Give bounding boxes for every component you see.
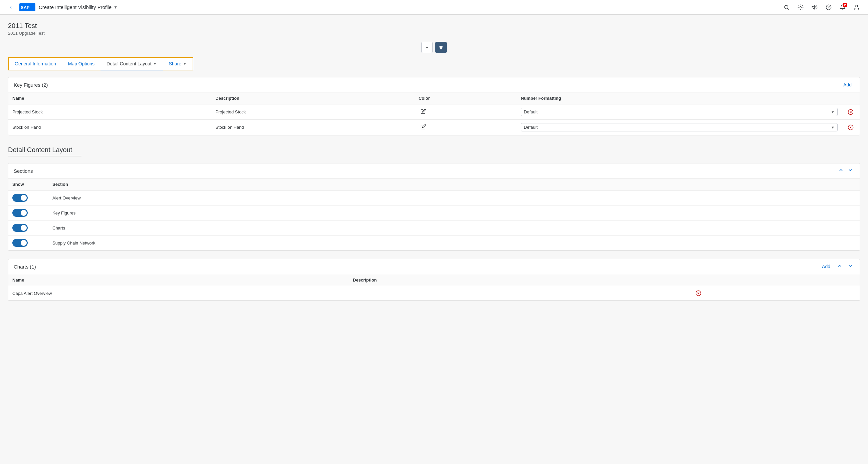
sections-table: Show Section Alert Overview <box>8 178 860 251</box>
section-row3-label: Charts <box>49 221 860 235</box>
back-button[interactable]: ‹ <box>5 2 16 13</box>
tab-general-information[interactable]: General Information <box>9 58 62 70</box>
section-row1-slider <box>12 194 28 202</box>
kf-row1-color-edit-button[interactable] <box>418 108 428 116</box>
kf-row1-format: Default ▼ <box>517 104 842 120</box>
user-button[interactable] <box>850 1 863 13</box>
section-row2-toggle[interactable] <box>12 209 28 217</box>
kf-row2-name: Stock on Hand <box>8 120 211 135</box>
detail-content-layout-title: Detail Content Layout <box>8 146 860 154</box>
table-row: Projected Stock Projected Stock Default <box>8 104 860 120</box>
section-row2-toggle-wrap <box>12 209 44 217</box>
section-row2-toggle-cell <box>8 205 49 221</box>
section-row4-slider <box>12 239 28 247</box>
key-figures-table-header: Name Description Color Number Formatting <box>8 92 860 104</box>
section-row1-label: Alert Overview <box>49 191 860 205</box>
search-button[interactable] <box>780 1 793 13</box>
settings-button[interactable] <box>795 1 807 13</box>
svg-point-4 <box>800 6 802 8</box>
kf-row2-color-edit-button[interactable] <box>418 124 428 131</box>
kf-row2-remove-button[interactable] <box>846 124 856 131</box>
col-name-header: Name <box>8 92 211 104</box>
col-section-header: Section <box>49 178 860 191</box>
nav-icons: 2 <box>780 1 863 13</box>
tab-share[interactable]: Share ▼ <box>163 58 193 70</box>
section-row4-toggle[interactable] <box>12 239 28 247</box>
kf-row2-color <box>415 120 517 135</box>
key-figures-section: Key Figures (2) Add Name Description Col… <box>8 77 860 135</box>
key-figures-title: Key Figures (2) <box>14 82 48 88</box>
page-title: 2011 Test <box>8 21 860 30</box>
tab-map-options[interactable]: Map Options <box>62 58 100 70</box>
table-row: Capa Alert Overview <box>8 286 860 301</box>
help-button[interactable] <box>823 1 835 13</box>
pin-button[interactable] <box>435 42 447 53</box>
charts-add-button[interactable]: Add <box>819 263 833 270</box>
charts-sort-up-button[interactable] <box>836 263 844 270</box>
col-actions-header <box>842 92 860 104</box>
kf-row2-format-select[interactable]: Default ▼ <box>521 123 838 131</box>
col-chart-name-header: Name <box>8 274 349 286</box>
section-row3-toggle-cell <box>8 221 49 235</box>
nav-title-chevron: ▼ <box>114 5 118 10</box>
sections-sort-arrows <box>837 167 854 175</box>
sections-title: Sections <box>14 168 33 174</box>
chart-row1-remove <box>689 286 860 301</box>
col-description-header: Description <box>211 92 414 104</box>
chart-row1-description <box>349 286 689 301</box>
section-row3-toggle[interactable] <box>12 224 28 232</box>
chart-row1-remove-button[interactable] <box>693 290 704 297</box>
collapse-button[interactable] <box>421 42 433 53</box>
section-row2-label: Key Figures <box>49 205 860 221</box>
detail-content-chevron: ▼ <box>153 62 157 66</box>
col-show-header: Show <box>8 178 49 191</box>
detail-layout-divider <box>8 156 82 157</box>
kf-row2-format: Default ▼ <box>517 120 842 135</box>
format-chevron2: ▼ <box>831 125 835 129</box>
section-row1-toggle[interactable] <box>12 194 28 202</box>
charts-table-header: Name Description <box>8 274 860 286</box>
sections-sort-up-button[interactable] <box>837 167 845 175</box>
sections-table-header: Show Section <box>8 178 860 191</box>
charts-sort-down-button[interactable] <box>846 263 854 270</box>
chart-row1-name: Capa Alert Overview <box>8 286 349 301</box>
svg-marker-5 <box>812 5 814 9</box>
kf-row1-name: Projected Stock <box>8 104 211 120</box>
svg-point-2 <box>784 5 788 9</box>
key-figures-header: Key Figures (2) Add <box>8 77 860 92</box>
col-chart-description-header: Description <box>349 274 689 286</box>
kf-row1-remove-button[interactable] <box>846 108 856 116</box>
notifications-button[interactable]: 2 <box>837 1 849 13</box>
table-row: Alert Overview <box>8 191 860 205</box>
section-row4-toggle-wrap <box>12 239 44 247</box>
key-figures-add-button[interactable]: Add <box>841 81 854 89</box>
table-row: Supply Chain Network <box>8 235 860 251</box>
notification-badge: 2 <box>843 3 847 7</box>
table-row: Stock on Hand Stock on Hand Default <box>8 120 860 135</box>
page-content: 2011 Test 2011 Upgrade Test General Info… <box>0 15 868 301</box>
kf-row1-color <box>415 104 517 120</box>
section-row1-toggle-wrap <box>12 194 44 202</box>
kf-row1-format-select[interactable]: Default ▼ <box>521 108 838 116</box>
format-chevron: ▼ <box>831 110 835 114</box>
section-row4-label: Supply Chain Network <box>49 235 860 251</box>
tab-bar: General Information Map Options Detail C… <box>8 57 193 70</box>
tab-detail-content-layout[interactable]: Detail Content Layout ▼ <box>100 58 163 70</box>
charts-container: Charts (1) Add Name Descri <box>8 259 860 301</box>
section-row3-slider <box>12 224 28 232</box>
svg-point-8 <box>856 5 858 7</box>
page-subtitle: 2011 Upgrade Test <box>8 31 860 36</box>
sections-header: Sections <box>8 163 860 178</box>
share-chevron: ▼ <box>183 62 187 66</box>
sap-logo: SAP <box>19 3 35 11</box>
sections-sort-down-button[interactable] <box>846 167 854 175</box>
section-row1-toggle-cell <box>8 191 49 205</box>
table-row: Charts <box>8 221 860 235</box>
kf-row1-description: Projected Stock <box>211 104 414 120</box>
megaphone-button[interactable] <box>809 1 820 13</box>
svg-line-3 <box>787 8 789 10</box>
kf-row2-description: Stock on Hand <box>211 120 414 135</box>
section-row4-toggle-cell <box>8 235 49 251</box>
nav-title: Create Intelligent Visibility Profile ▼ <box>39 4 118 10</box>
col-color-header: Color <box>415 92 517 104</box>
